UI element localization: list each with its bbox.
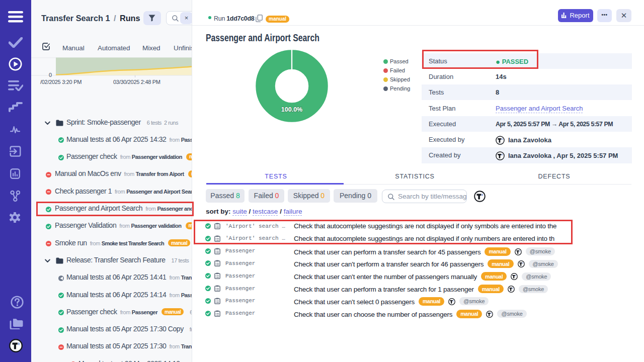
- svg-text:0: 0: [49, 72, 52, 78]
- svg-text:/02/2025 3:20 PM: /02/2025 3:20 PM: [40, 79, 82, 85]
- svg-text:03/30/2025 2:48 PM: 03/30/2025 2:48 PM: [113, 79, 160, 85]
- svg-text:100.0%: 100.0%: [281, 106, 302, 113]
